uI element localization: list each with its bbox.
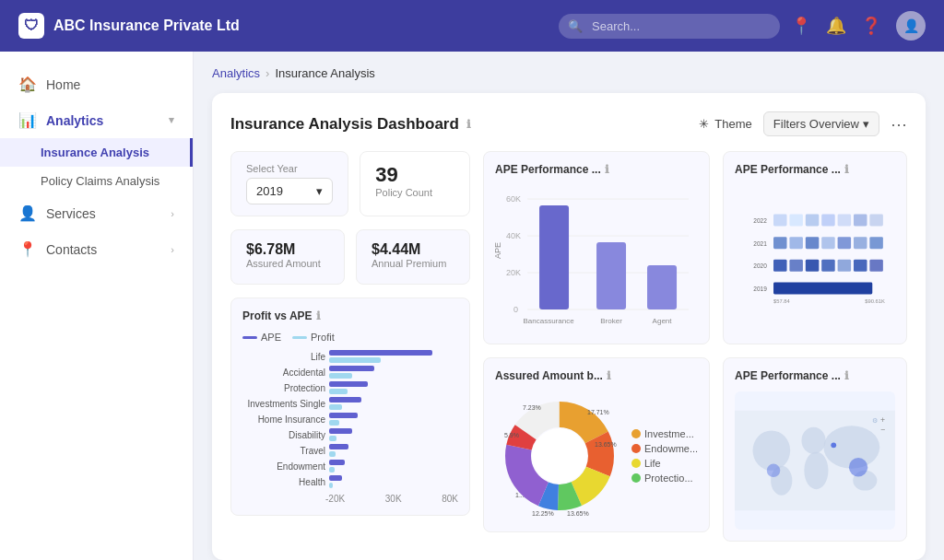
search-input[interactable] bbox=[559, 14, 780, 39]
profit-legend-color bbox=[292, 336, 307, 339]
legend-endowment: Endowme... bbox=[631, 443, 698, 454]
breadcrumb-analytics[interactable]: Analytics bbox=[212, 66, 260, 80]
chevron-right-icon-2: › bbox=[171, 244, 174, 255]
info-icon-profit: ℹ bbox=[316, 309, 321, 322]
more-options-button[interactable]: ⋯ bbox=[891, 114, 907, 134]
svg-text:2022: 2022 bbox=[753, 217, 767, 224]
svg-rect-48 bbox=[869, 237, 882, 249]
hbar-ape-endowment bbox=[329, 460, 345, 465]
sidebar-item-insurance-analysis[interactable]: Insurance Analysis bbox=[0, 138, 193, 167]
assured-amount-label: Assured Amount bbox=[246, 258, 329, 269]
svg-text:20K: 20K bbox=[506, 268, 521, 277]
avatar[interactable]: 👤 bbox=[896, 11, 926, 41]
svg-point-66 bbox=[831, 442, 836, 448]
svg-point-63 bbox=[804, 452, 828, 490]
svg-text:$90.61K: $90.61K bbox=[865, 298, 885, 304]
svg-rect-10 bbox=[596, 242, 626, 309]
svg-rect-44 bbox=[806, 237, 819, 249]
svg-text:⚙: ⚙ bbox=[872, 416, 878, 425]
theme-button[interactable]: ✳ Theme bbox=[699, 117, 751, 131]
svg-rect-42 bbox=[773, 237, 786, 249]
hbar-ape-protection bbox=[329, 381, 368, 387]
donut-svg: 17.71% 13.65% 7.23% 5.9% 1... 12.25% 13.… bbox=[495, 391, 624, 520]
svg-rect-37 bbox=[806, 215, 819, 227]
middle-column: APE Performance ... ℹ 60K 40K 20K 0 bbox=[483, 151, 710, 542]
assured-amount-value: $6.78M bbox=[246, 241, 329, 258]
sidebar-item-policy-claims[interactable]: Policy Claims Analysis bbox=[0, 167, 193, 195]
hbar-profit-investments bbox=[329, 404, 342, 410]
profit-vs-ape-widget: Profit vs APE ℹ APE Profit bbox=[230, 298, 470, 516]
dashboard-title: Insurance Analysis Dashboard ℹ bbox=[230, 115, 471, 134]
svg-text:$57.84: $57.84 bbox=[773, 298, 790, 304]
location-icon[interactable]: 📍 bbox=[791, 16, 811, 36]
sidebar-item-contacts[interactable]: 📍 Contacts › bbox=[0, 231, 193, 267]
svg-text:13.65%: 13.65% bbox=[595, 441, 617, 448]
ape-map-widget: APE Performance ... ℹ bbox=[723, 357, 907, 542]
svg-rect-46 bbox=[838, 237, 851, 249]
search-wrap: 🔍 bbox=[559, 14, 780, 39]
info-icon-ape-bar: ℹ bbox=[605, 163, 609, 176]
chevron-down-icon: ▾ bbox=[169, 114, 174, 126]
hbar-ape-travel bbox=[329, 444, 348, 449]
hbar-row-home: Home Insurance bbox=[242, 413, 458, 426]
left-column: Select Year 2019 ▾ 39 Policy Count bbox=[230, 151, 470, 542]
svg-rect-9 bbox=[539, 205, 569, 309]
hbar-row-health: Health bbox=[242, 475, 458, 488]
breadcrumb: Analytics › Insurance Analysis bbox=[212, 66, 926, 80]
ape-heatmap-widget: APE Performance ... ℹ 2022 2021 2020 201… bbox=[723, 151, 907, 344]
svg-point-68 bbox=[767, 464, 780, 477]
donut-legend: Investme... Endowme... Life bbox=[631, 428, 698, 484]
svg-rect-52 bbox=[821, 260, 834, 272]
hbar-profit-accidental bbox=[329, 373, 352, 379]
hbar-row-life: Life bbox=[242, 350, 458, 363]
hbar-profit-protection bbox=[329, 389, 348, 394]
sidebar-item-home[interactable]: 🏠 Home bbox=[0, 66, 193, 102]
svg-text:+: + bbox=[880, 415, 885, 425]
policy-count-card: 39 Policy Count bbox=[360, 151, 470, 216]
svg-text:13.65%: 13.65% bbox=[567, 510, 589, 517]
hbar-ape-life bbox=[329, 350, 432, 356]
app-header: 🛡 ABC Insurance Private Ltd 🔍 📍 🔔 ❓ 👤 bbox=[0, 0, 944, 52]
svg-text:17.71%: 17.71% bbox=[587, 409, 609, 415]
hbar-row-protection: Protection bbox=[242, 381, 458, 394]
sidebar-item-services[interactable]: 👤 Services › bbox=[0, 195, 193, 231]
svg-rect-47 bbox=[854, 237, 867, 249]
map-area: + − ⚙ bbox=[735, 391, 895, 530]
contacts-icon: 📍 bbox=[18, 240, 37, 258]
bell-icon[interactable]: 🔔 bbox=[826, 16, 846, 36]
svg-text:Agent: Agent bbox=[653, 317, 673, 325]
breadcrumb-separator: › bbox=[266, 66, 269, 80]
sidebar-contacts-label: Contacts bbox=[46, 242, 97, 257]
svg-point-62 bbox=[802, 427, 826, 454]
profit-vs-ape-title: Profit vs APE ℹ bbox=[242, 309, 458, 322]
svg-rect-55 bbox=[869, 260, 882, 272]
hbar-ape-accidental bbox=[329, 366, 374, 371]
analytics-icon: 📊 bbox=[18, 111, 37, 129]
filters-button[interactable]: Filters Overview ▾ bbox=[763, 111, 879, 136]
sidebar-item-analytics[interactable]: 📊 Analytics ▾ bbox=[0, 102, 193, 138]
svg-text:Bancassurance: Bancassurance bbox=[523, 317, 574, 325]
year-select[interactable]: 2019 ▾ bbox=[246, 178, 333, 204]
heatmap-svg: 2022 2021 2020 2019 bbox=[735, 185, 895, 323]
hbar-row-endowment: Endowment bbox=[242, 460, 458, 472]
assured-donut-title: Assured Amount b... ℹ bbox=[495, 369, 698, 382]
top-stats-row: Select Year 2019 ▾ 39 Policy Count bbox=[230, 151, 470, 216]
hbar-row-travel: Travel bbox=[242, 444, 458, 457]
profit-legend-item: Profit bbox=[292, 332, 335, 343]
info-icon-heatmap: ℹ bbox=[844, 163, 849, 176]
assured-donut-widget: Assured Amount b... ℹ bbox=[483, 357, 710, 532]
svg-text:−: − bbox=[880, 425, 885, 434]
svg-text:0: 0 bbox=[513, 305, 518, 314]
ape-legend-item: APE bbox=[242, 332, 281, 343]
amount-stats-row: $6.78M Assured Amount $4.44M Annual Prem… bbox=[230, 229, 470, 285]
info-icon-donut: ℹ bbox=[607, 369, 611, 382]
legend-life: Life bbox=[631, 458, 698, 469]
shield-icon: 🛡 bbox=[18, 13, 44, 39]
svg-text:5.9%: 5.9% bbox=[504, 432, 519, 438]
app-title: ABC Insurance Private Ltd bbox=[53, 18, 240, 34]
main-content: Analytics › Insurance Analysis Insurance… bbox=[194, 52, 944, 560]
policy-count-value: 39 bbox=[375, 163, 454, 187]
header-icons: 📍 🔔 ❓ 👤 bbox=[791, 11, 926, 41]
help-icon[interactable]: ❓ bbox=[861, 16, 881, 36]
main-layout: 🏠 Home 📊 Analytics ▾ Insurance Analysis … bbox=[0, 52, 944, 560]
